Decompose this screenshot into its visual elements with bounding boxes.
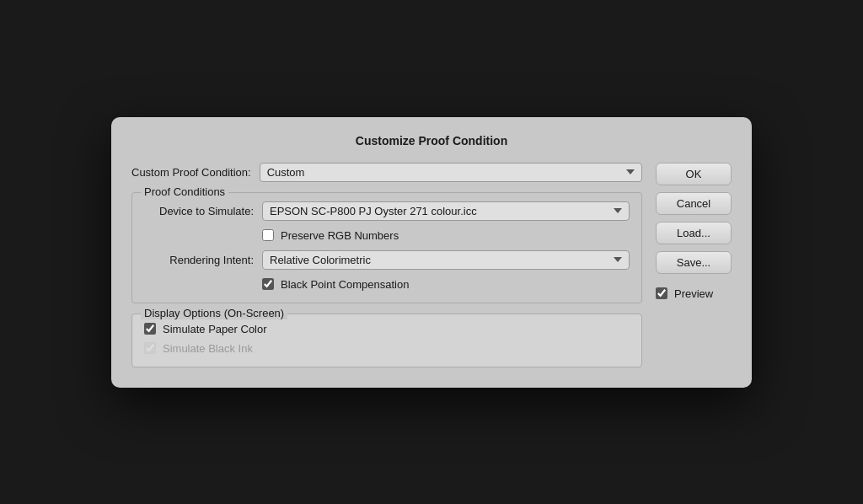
preview-checkbox[interactable] bbox=[656, 287, 667, 299]
proof-conditions-section: Proof Conditions Device to Simulate: EPS… bbox=[131, 192, 642, 303]
save-button[interactable]: Save... bbox=[656, 251, 732, 274]
dialog-body: Custom Proof Condition: Custom Proof Con… bbox=[131, 163, 732, 367]
rendering-intent-label: Rendering Intent: bbox=[144, 254, 254, 266]
preview-row: Preview bbox=[656, 287, 732, 300]
display-options-inner: Simulate Paper Color Simulate Black Ink bbox=[144, 323, 630, 355]
device-to-simulate-label: Device to Simulate: bbox=[144, 205, 254, 217]
ok-button[interactable]: OK bbox=[656, 163, 732, 185]
preserve-rgb-row: Preserve RGB Numbers bbox=[144, 229, 630, 242]
black-point-label: Black Point Compensation bbox=[281, 278, 409, 291]
cancel-button[interactable]: Cancel bbox=[656, 192, 732, 215]
display-options-legend: Display Options (On-Screen) bbox=[141, 307, 287, 319]
dialog-buttons: OK Cancel Load... Save... Preview bbox=[656, 163, 732, 367]
preserve-rgb-checkbox[interactable] bbox=[262, 229, 274, 241]
custom-proof-condition-row: Custom Proof Condition: Custom bbox=[131, 163, 642, 182]
simulate-black-label: Simulate Black Ink bbox=[163, 342, 253, 355]
custom-proof-condition-select[interactable]: Custom bbox=[260, 163, 642, 182]
black-point-row: Black Point Compensation bbox=[144, 278, 630, 291]
preview-label: Preview bbox=[674, 287, 713, 300]
load-button[interactable]: Load... bbox=[656, 222, 732, 244]
simulate-black-checkbox bbox=[144, 342, 156, 354]
simulate-paper-checkbox[interactable] bbox=[144, 323, 156, 335]
device-to-simulate-row: Device to Simulate: EPSON SC-P800 PJ Oys… bbox=[144, 201, 630, 221]
device-to-simulate-select[interactable]: EPSON SC-P800 PJ Oyster 271 colour.icc bbox=[262, 201, 630, 221]
rendering-intent-row: Rendering Intent: Relative Colorimetric … bbox=[144, 250, 630, 270]
simulate-black-row: Simulate Black Ink bbox=[144, 342, 630, 355]
black-point-checkbox[interactable] bbox=[262, 278, 274, 290]
custom-proof-condition-label: Custom Proof Condition: bbox=[131, 166, 251, 179]
dialog-title: Customize Proof Condition bbox=[131, 134, 732, 147]
rendering-intent-select[interactable]: Relative Colorimetric Absolute Colorimet… bbox=[262, 250, 630, 270]
simulate-paper-label: Simulate Paper Color bbox=[163, 323, 267, 335]
simulate-paper-row: Simulate Paper Color bbox=[144, 323, 630, 335]
preserve-rgb-label: Preserve RGB Numbers bbox=[281, 229, 399, 242]
display-options-section: Display Options (On-Screen) Simulate Pap… bbox=[131, 314, 642, 367]
proof-conditions-legend: Proof Conditions bbox=[141, 185, 228, 198]
customize-proof-condition-dialog: Customize Proof Condition Custom Proof C… bbox=[111, 117, 752, 388]
dialog-main: Custom Proof Condition: Custom Proof Con… bbox=[131, 163, 642, 367]
